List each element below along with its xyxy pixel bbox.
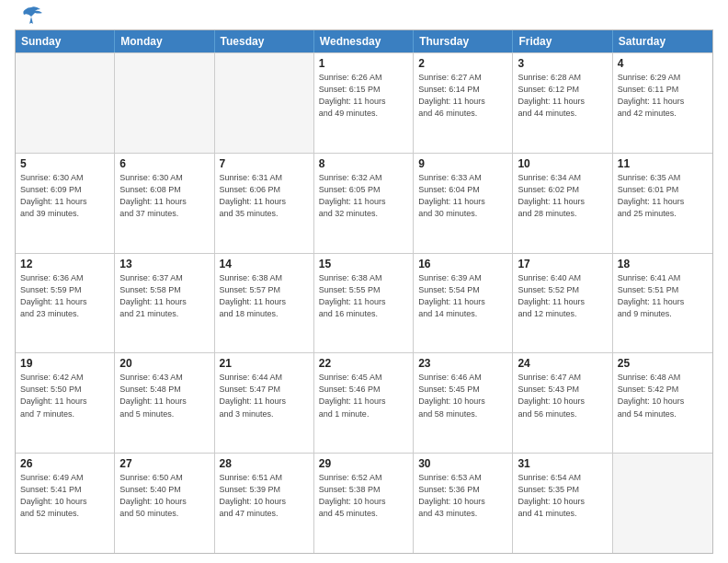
day-number: 27 <box>119 457 209 470</box>
day-info: Sunrise: 6:41 AM Sunset: 5:51 PM Dayligh… <box>618 272 708 320</box>
calendar-cell-1-1: 6Sunrise: 6:30 AM Sunset: 6:08 PM Daylig… <box>115 154 214 253</box>
day-number: 15 <box>319 258 408 270</box>
header <box>15 9 713 26</box>
calendar-cell-1-5: 10Sunrise: 6:34 AM Sunset: 6:02 PM Dayli… <box>513 154 612 253</box>
day-number: 14 <box>220 258 309 270</box>
day-number: 11 <box>618 157 708 170</box>
calendar-cell-1-0: 5Sunrise: 6:30 AM Sunset: 6:09 PM Daylig… <box>16 154 115 253</box>
header-cell-tuesday: Tuesday <box>215 30 314 52</box>
day-number: 13 <box>119 258 209 270</box>
page: SundayMondayTuesdayWednesdayThursdayFrid… <box>0 0 728 563</box>
header-cell-monday: Monday <box>115 30 214 52</box>
day-info: Sunrise: 6:44 AM Sunset: 5:47 PM Dayligh… <box>220 372 309 419</box>
calendar-cell-1-6: 11Sunrise: 6:35 AM Sunset: 6:01 PM Dayli… <box>613 154 712 253</box>
day-number: 23 <box>418 357 507 370</box>
day-number: 28 <box>220 457 309 470</box>
day-info: Sunrise: 6:43 AM Sunset: 5:48 PM Dayligh… <box>119 372 209 419</box>
header-cell-saturday: Saturday <box>613 30 712 52</box>
calendar-row-2: 12Sunrise: 6:36 AM Sunset: 5:59 PM Dayli… <box>16 253 712 353</box>
calendar-cell-4-5: 31Sunrise: 6:54 AM Sunset: 5:35 PM Dayli… <box>513 454 612 553</box>
calendar-cell-2-0: 12Sunrise: 6:36 AM Sunset: 5:59 PM Dayli… <box>16 254 115 353</box>
day-info: Sunrise: 6:47 AM Sunset: 5:43 PM Dayligh… <box>518 372 607 419</box>
calendar-cell-3-5: 24Sunrise: 6:47 AM Sunset: 5:43 PM Dayli… <box>513 353 612 453</box>
day-number: 6 <box>119 157 209 170</box>
day-info: Sunrise: 6:30 AM Sunset: 6:09 PM Dayligh… <box>20 172 109 220</box>
day-number: 20 <box>119 357 209 370</box>
calendar-cell-4-4: 30Sunrise: 6:53 AM Sunset: 5:36 PM Dayli… <box>414 454 513 553</box>
day-number: 26 <box>20 457 109 470</box>
day-number: 16 <box>418 258 507 270</box>
day-info: Sunrise: 6:28 AM Sunset: 6:12 PM Dayligh… <box>518 72 607 120</box>
day-info: Sunrise: 6:40 AM Sunset: 5:52 PM Dayligh… <box>518 272 607 320</box>
day-number: 31 <box>518 457 607 470</box>
logo-bird-icon <box>18 6 44 26</box>
day-info: Sunrise: 6:30 AM Sunset: 6:08 PM Dayligh… <box>119 172 209 220</box>
day-info: Sunrise: 6:35 AM Sunset: 6:01 PM Dayligh… <box>618 172 708 220</box>
day-info: Sunrise: 6:34 AM Sunset: 6:02 PM Dayligh… <box>518 172 607 220</box>
calendar-cell-0-3: 1Sunrise: 6:26 AM Sunset: 6:15 PM Daylig… <box>314 53 414 153</box>
day-info: Sunrise: 6:42 AM Sunset: 5:50 PM Dayligh… <box>20 372 109 419</box>
calendar-cell-3-0: 19Sunrise: 6:42 AM Sunset: 5:50 PM Dayli… <box>16 353 115 453</box>
calendar-header: SundayMondayTuesdayWednesdayThursdayFrid… <box>16 30 712 52</box>
calendar-cell-3-3: 22Sunrise: 6:45 AM Sunset: 5:46 PM Dayli… <box>314 353 414 453</box>
header-cell-thursday: Thursday <box>414 30 513 52</box>
day-info: Sunrise: 6:38 AM Sunset: 5:55 PM Dayligh… <box>319 272 408 320</box>
calendar-cell-0-0 <box>16 53 115 153</box>
calendar-cell-4-2: 28Sunrise: 6:51 AM Sunset: 5:39 PM Dayli… <box>215 454 314 553</box>
calendar-cell-1-2: 7Sunrise: 6:31 AM Sunset: 6:06 PM Daylig… <box>215 154 314 253</box>
header-cell-wednesday: Wednesday <box>314 30 414 52</box>
day-info: Sunrise: 6:33 AM Sunset: 6:04 PM Dayligh… <box>418 172 507 220</box>
day-info: Sunrise: 6:54 AM Sunset: 5:35 PM Dayligh… <box>518 472 607 520</box>
calendar-row-1: 5Sunrise: 6:30 AM Sunset: 6:09 PM Daylig… <box>16 153 712 253</box>
calendar-cell-3-4: 23Sunrise: 6:46 AM Sunset: 5:45 PM Dayli… <box>414 353 513 453</box>
day-info: Sunrise: 6:50 AM Sunset: 5:40 PM Dayligh… <box>119 472 209 520</box>
day-number: 17 <box>518 258 607 270</box>
day-number: 25 <box>618 357 708 370</box>
calendar-cell-3-2: 21Sunrise: 6:44 AM Sunset: 5:47 PM Dayli… <box>215 353 314 453</box>
calendar-cell-0-5: 3Sunrise: 6:28 AM Sunset: 6:12 PM Daylig… <box>513 53 612 153</box>
day-info: Sunrise: 6:36 AM Sunset: 5:59 PM Dayligh… <box>20 272 109 320</box>
header-cell-sunday: Sunday <box>16 30 115 52</box>
day-info: Sunrise: 6:46 AM Sunset: 5:45 PM Dayligh… <box>418 372 507 419</box>
day-number: 1 <box>319 57 408 70</box>
calendar-cell-4-6 <box>613 454 712 553</box>
day-number: 30 <box>418 457 507 470</box>
calendar-cell-2-5: 17Sunrise: 6:40 AM Sunset: 5:52 PM Dayli… <box>513 254 612 353</box>
day-number: 22 <box>319 357 408 370</box>
day-number: 19 <box>20 357 109 370</box>
calendar-cell-3-1: 20Sunrise: 6:43 AM Sunset: 5:48 PM Dayli… <box>115 353 214 453</box>
day-number: 3 <box>518 57 607 70</box>
calendar-cell-2-3: 15Sunrise: 6:38 AM Sunset: 5:55 PM Dayli… <box>314 254 414 353</box>
calendar-cell-1-3: 8Sunrise: 6:32 AM Sunset: 6:05 PM Daylig… <box>314 154 414 253</box>
day-info: Sunrise: 6:37 AM Sunset: 5:58 PM Dayligh… <box>119 272 209 320</box>
calendar-cell-2-6: 18Sunrise: 6:41 AM Sunset: 5:51 PM Dayli… <box>613 254 712 353</box>
calendar-cell-2-1: 13Sunrise: 6:37 AM Sunset: 5:58 PM Dayli… <box>115 254 214 353</box>
day-number: 10 <box>518 157 607 170</box>
calendar-cell-0-2 <box>215 53 314 153</box>
day-info: Sunrise: 6:26 AM Sunset: 6:15 PM Dayligh… <box>319 72 408 120</box>
day-info: Sunrise: 6:31 AM Sunset: 6:06 PM Dayligh… <box>220 172 309 220</box>
day-info: Sunrise: 6:52 AM Sunset: 5:38 PM Dayligh… <box>319 472 408 520</box>
day-number: 29 <box>319 457 408 470</box>
day-number: 5 <box>20 157 109 170</box>
day-number: 9 <box>418 157 507 170</box>
calendar: SundayMondayTuesdayWednesdayThursdayFrid… <box>15 29 713 554</box>
calendar-body: 1Sunrise: 6:26 AM Sunset: 6:15 PM Daylig… <box>16 52 712 553</box>
day-info: Sunrise: 6:53 AM Sunset: 5:36 PM Dayligh… <box>418 472 507 520</box>
day-info: Sunrise: 6:39 AM Sunset: 5:54 PM Dayligh… <box>418 272 507 320</box>
day-info: Sunrise: 6:32 AM Sunset: 6:05 PM Dayligh… <box>319 172 408 220</box>
calendar-row-3: 19Sunrise: 6:42 AM Sunset: 5:50 PM Dayli… <box>16 352 712 453</box>
day-number: 7 <box>220 157 309 170</box>
day-number: 12 <box>20 258 109 270</box>
calendar-row-0: 1Sunrise: 6:26 AM Sunset: 6:15 PM Daylig… <box>16 52 712 153</box>
day-number: 4 <box>618 57 708 70</box>
day-info: Sunrise: 6:45 AM Sunset: 5:46 PM Dayligh… <box>319 372 408 419</box>
calendar-cell-2-4: 16Sunrise: 6:39 AM Sunset: 5:54 PM Dayli… <box>414 254 513 353</box>
calendar-cell-2-2: 14Sunrise: 6:38 AM Sunset: 5:57 PM Dayli… <box>215 254 314 353</box>
calendar-cell-0-1 <box>115 53 214 153</box>
day-info: Sunrise: 6:38 AM Sunset: 5:57 PM Dayligh… <box>220 272 309 320</box>
logo <box>15 13 44 26</box>
calendar-cell-3-6: 25Sunrise: 6:48 AM Sunset: 5:42 PM Dayli… <box>613 353 712 453</box>
day-info: Sunrise: 6:48 AM Sunset: 5:42 PM Dayligh… <box>618 372 708 419</box>
day-info: Sunrise: 6:51 AM Sunset: 5:39 PM Dayligh… <box>220 472 309 520</box>
